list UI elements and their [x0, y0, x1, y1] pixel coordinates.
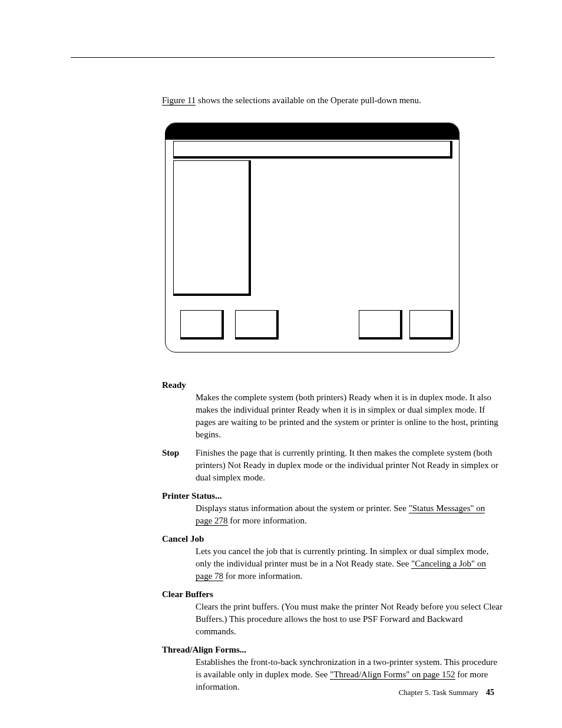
- dropdown-menu: [173, 160, 251, 296]
- window-button: [409, 310, 453, 340]
- term-stop: Stop: [162, 447, 196, 484]
- body-text: for more information.: [228, 516, 307, 525]
- term-ready: Ready: [162, 379, 504, 391]
- intro-text-body: shows the selections available on the Op…: [196, 95, 421, 105]
- footer-page-number: 45: [486, 688, 494, 697]
- pulldown-menu-figure: [165, 123, 459, 353]
- window-titlebar: [166, 123, 459, 140]
- page-footer: Chapter 5. Task Summary 45: [0, 687, 562, 699]
- window-frame: [165, 123, 459, 353]
- term-clear-buffers: Clear Buffers: [162, 588, 504, 601]
- definition-ready: Ready Makes the complete system (both pr…: [162, 379, 504, 441]
- body-stop: Finishes the page that is currently prin…: [196, 447, 504, 484]
- body-clear-buffers: Clears the print buffers. (You must make…: [196, 601, 504, 638]
- window-button: [180, 310, 224, 340]
- term-cancel-job: Cancel Job: [162, 533, 504, 545]
- thread-align-link[interactable]: "Thread/Align Forms" on page 152: [330, 670, 455, 680]
- intro-paragraph: Figure 11 shows the selections available…: [162, 94, 504, 107]
- figure-link[interactable]: Figure 11: [162, 95, 196, 106]
- footer-chapter: Chapter 5. Task Summary: [399, 688, 478, 697]
- definition-printer-status: Printer Status... Displays status inform…: [162, 490, 504, 527]
- term-thread-align: Thread/Align Forms...: [162, 644, 504, 656]
- body-printer-status: Displays status information about the sy…: [196, 502, 504, 527]
- definition-clear-buffers: Clear Buffers Clears the print buffers. …: [162, 588, 504, 638]
- term-printer-status: Printer Status...: [162, 490, 504, 502]
- definition-cancel-job: Cancel Job Lets you cancel the job that …: [162, 533, 504, 582]
- body-text: for more information.: [223, 571, 302, 581]
- window-button: [359, 310, 402, 340]
- definition-thread-align: Thread/Align Forms... Establishes the fr…: [162, 644, 504, 693]
- window-button: [235, 310, 279, 340]
- definition-stop: Stop Finishes the page that is currently…: [162, 447, 504, 484]
- body-cancel-job: Lets you cancel the job that is currentl…: [196, 545, 504, 582]
- menu-bar: [173, 141, 452, 159]
- body-ready: Makes the complete system (both printers…: [196, 391, 504, 441]
- body-text: Displays status information about the sy…: [196, 503, 409, 513]
- page-content: Figure 11 shows the selections available…: [162, 56, 504, 699]
